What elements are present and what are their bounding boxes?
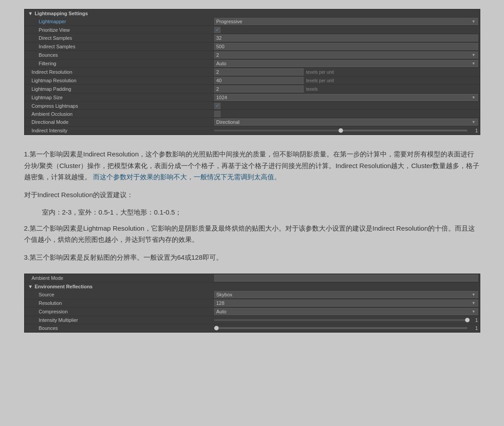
resolution-dropdown[interactable]: 128 ▼	[214, 299, 478, 307]
lightmap-size-label: Lightmap Size	[25, 95, 212, 100]
intensity-multiplier-row: Intensity Multiplier 1	[25, 316, 480, 324]
indirect-resolution-row: Indirect Resolution texels per unit	[25, 68, 480, 76]
indirect-samples-input[interactable]	[214, 43, 478, 50]
compress-lightmaps-row: Compress Lightmaps ✓	[25, 102, 480, 110]
dropdown-arrow3: ▼	[472, 61, 476, 66]
direct-samples-row: Direct Samples	[25, 34, 480, 42]
bounces-label: Bounces	[25, 52, 212, 58]
resolution-label: Resolution	[25, 300, 212, 306]
source-dropdown[interactable]: Skybox ▼	[214, 291, 478, 298]
compress-lightmaps-value: ✓	[212, 103, 480, 109]
prioritize-view-value: ✓	[212, 27, 480, 33]
compression-label: Compression	[25, 309, 212, 314]
slider-track	[214, 130, 467, 131]
env-reflections-title: Environment Reflections	[34, 284, 93, 289]
lightmapping-header: ▼ Lightmapping Settings	[25, 9, 480, 17]
dropdown-arrow5: ▼	[472, 120, 476, 124]
paragraph-2-label: 对于Indirect Resolution的设置建议：	[24, 189, 480, 201]
indirect-intensity-label: Indirect Intensity	[25, 128, 212, 133]
slider-thumb	[339, 128, 343, 133]
filtering-dropdown[interactable]: Auto ▼	[214, 60, 478, 67]
indirect-intensity-val: 1	[469, 128, 478, 133]
compress-lightmaps-checkbox[interactable]: ✓	[214, 103, 220, 109]
dropdown-arrow: ▼	[472, 19, 476, 24]
lightmap-resolution-label: Lightmap Resolution	[25, 78, 212, 83]
paragraph-3: 2.第二个影响因素是Lightmap Resolution，它影响的是阴影质量及…	[24, 223, 480, 245]
ambient-occlusion-value	[212, 111, 480, 117]
lightmap-padding-row: Lightmap Padding texels	[25, 85, 480, 93]
dropdown-arrow7: ▼	[472, 292, 476, 297]
directional-mode-label: Directional Mode	[25, 119, 212, 125]
source-value[interactable]: Skybox ▼	[212, 291, 480, 298]
directional-mode-dropdown[interactable]: Directional ▼	[214, 118, 478, 126]
compression-value[interactable]: Auto ▼	[212, 308, 480, 315]
filtering-row: Filtering Auto ▼	[25, 59, 480, 68]
intensity-multiplier-val: 1	[469, 317, 478, 323]
ambient-mode-dropdown[interactable]	[214, 274, 478, 282]
dropdown-arrow9: ▼	[472, 309, 476, 314]
lightmapping-title: Lightmapping Settings	[34, 11, 88, 16]
compress-lightmaps-label: Compress Lightmaps	[25, 103, 212, 109]
intensity-multiplier-label: Intensity Multiplier	[25, 317, 212, 323]
lightmapper-value[interactable]: Progressive ▼	[212, 18, 480, 25]
intensity-track	[214, 319, 467, 321]
lightmap-padding-input[interactable]	[214, 85, 304, 93]
paragraph-4: 3.第三个影响因素是反射贴图的分辨率。一般设置为64或128即可。	[24, 252, 480, 263]
para1-end: 而这个参数对于效果的影响不大，一般情况下无需调到太高值。	[93, 173, 281, 181]
dropdown-arrow8: ▼	[472, 301, 476, 305]
dropdown-arrow2: ▼	[472, 53, 476, 57]
lightmapper-dropdown[interactable]: Progressive ▼	[214, 18, 478, 25]
indirect-intensity-slider[interactable]: 1	[214, 128, 478, 133]
lightmap-size-value[interactable]: 1024 ▼	[212, 94, 480, 101]
direct-samples-input[interactable]	[214, 34, 478, 42]
compression-dropdown[interactable]: Auto ▼	[214, 308, 478, 315]
lightmap-resolution-value: texels per unit	[212, 77, 480, 84]
ambient-occlusion-checkbox[interactable]	[214, 111, 220, 117]
indirect-resolution-input[interactable]	[214, 68, 304, 76]
indirect-samples-value[interactable]	[212, 43, 480, 50]
lightmap-padding-value: texels	[212, 85, 480, 93]
ambient-occlusion-label: Ambient Occlusion	[25, 111, 212, 117]
lightmap-padding-label: Lightmap Padding	[25, 86, 212, 92]
indirect-samples-label: Indirect Samples	[25, 44, 212, 49]
prioritize-view-row: Prioritize View ✓	[25, 26, 480, 34]
filtering-value[interactable]: Auto ▼	[212, 60, 480, 67]
lightmapper-row: Lightmapper Progressive ▼	[25, 17, 480, 26]
lightmap-padding-unit: texels	[306, 87, 318, 92]
bounces2-slider[interactable]: 1	[214, 325, 478, 331]
bounces-dropdown[interactable]: 2 ▼	[214, 51, 478, 59]
bounces-value[interactable]: 2 ▼	[212, 51, 480, 59]
ambient-mode-partial-row: Ambient Mode	[25, 274, 480, 283]
env-reflections-panel: Ambient Mode ▼ Environment Reflections S…	[24, 274, 480, 333]
compression-row: Compression Auto ▼	[25, 308, 480, 316]
indirect-resolution-unit: texels per unit	[306, 70, 334, 75]
resolution-value[interactable]: 128 ▼	[212, 299, 480, 307]
source-row: Source Skybox ▼	[25, 291, 480, 299]
directional-mode-value[interactable]: Directional ▼	[212, 118, 480, 126]
lightmap-resolution-input[interactable]	[214, 77, 304, 84]
intensity-thumb	[465, 318, 470, 322]
intensity-multiplier-slider[interactable]: 1	[214, 317, 478, 323]
triangle-icon: ▼	[28, 11, 33, 16]
resolution-row: Resolution 128 ▼	[25, 299, 480, 308]
paragraph-2-indent: 室内：2-3，室外：0.5-1，大型地形：0.1-0.5；	[24, 207, 480, 218]
bounces2-value: 1	[212, 325, 480, 331]
lightmap-size-dropdown[interactable]: 1024 ▼	[214, 94, 478, 101]
lightmapper-label: Lightmapper	[25, 19, 212, 24]
bounces-thumb	[214, 326, 219, 330]
ambient-occlusion-row: Ambient Occlusion	[25, 110, 480, 118]
lightmap-resolution-row: Lightmap Resolution texels per unit	[25, 76, 480, 85]
bounces-row: Bounces 2 ▼	[25, 51, 480, 59]
indirect-resolution-value: texels per unit	[212, 68, 480, 76]
intensity-multiplier-value: 1	[212, 317, 480, 323]
bounces2-label: Bounces	[25, 325, 212, 331]
env-triangle-icon: ▼	[28, 284, 33, 289]
lightmap-size-row: Lightmap Size 1024 ▼	[25, 93, 480, 102]
dropdown-arrow4: ▼	[472, 95, 476, 100]
prioritize-view-checkbox[interactable]: ✓	[214, 27, 220, 33]
direct-samples-value[interactable]	[212, 34, 480, 42]
lightmap-resolution-unit: texels per unit	[306, 78, 334, 83]
source-label: Source	[25, 292, 212, 297]
directional-mode-row: Directional Mode Directional ▼	[25, 118, 480, 127]
ambient-mode-value	[212, 274, 480, 282]
